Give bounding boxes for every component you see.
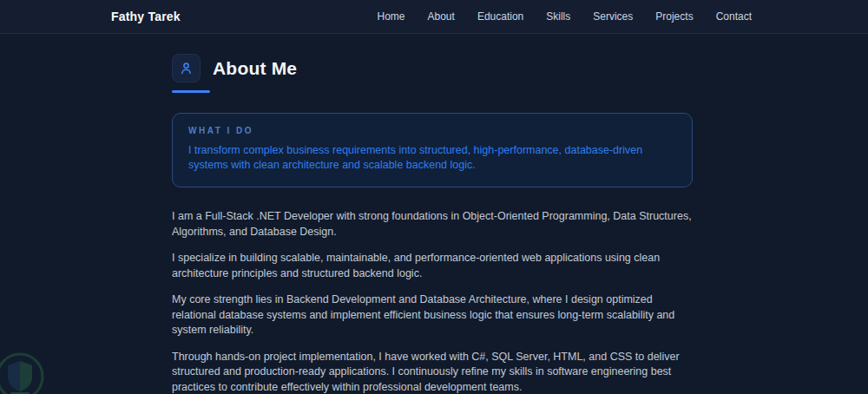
about-paragraphs: I am a Full-Stack .NET Developer with st… <box>172 209 693 394</box>
what-i-do-card: WHAT I DO I transform complex business r… <box>172 113 693 187</box>
title-underline <box>172 90 210 93</box>
nav-item-projects[interactable]: Projects <box>655 10 693 23</box>
nav-item-education[interactable]: Education <box>477 10 523 23</box>
about-paragraph: I specialize in building scalable, maint… <box>172 251 693 281</box>
about-paragraph: My core strength lies in Backend Develop… <box>172 292 693 338</box>
nav-item-contact[interactable]: Contact <box>716 10 752 23</box>
nav-item-skills[interactable]: Skills <box>546 10 570 23</box>
nav-item-home[interactable]: Home <box>378 10 405 23</box>
what-i-do-text: I transform complex business requirement… <box>188 143 676 173</box>
person-icon <box>172 54 201 82</box>
about-section: About Me WHAT I DO I transform complex b… <box>172 34 693 394</box>
what-i-do-label: WHAT I DO <box>188 126 676 135</box>
section-heading-row: About Me <box>172 54 693 82</box>
nav-links: Home About Education Skills Services Pro… <box>378 10 753 23</box>
nav-item-services[interactable]: Services <box>593 10 633 23</box>
about-paragraph: Through hands-on project implementation,… <box>172 350 693 394</box>
page-title: About Me <box>213 58 297 79</box>
navbar: Fathy Tarek Home About Education Skills … <box>0 0 868 34</box>
about-paragraph: I am a Full-Stack .NET Developer with st… <box>172 209 693 240</box>
shield-logo-icon <box>0 351 46 394</box>
brand-name[interactable]: Fathy Tarek <box>111 10 181 23</box>
nav-item-about[interactable]: About <box>428 10 455 23</box>
